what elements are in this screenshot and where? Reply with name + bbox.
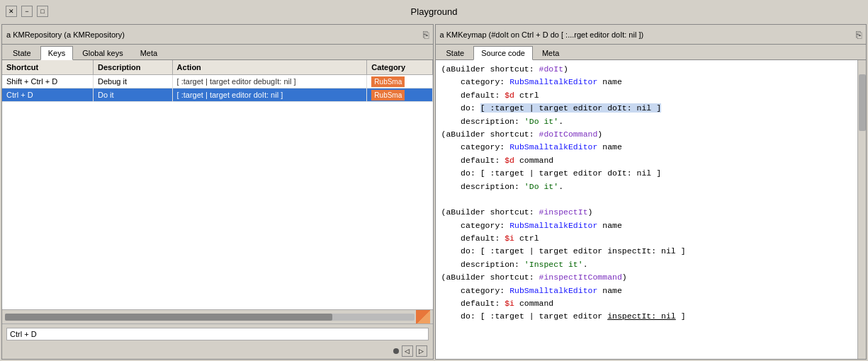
table-row[interactable]: Shift + Ctrl + D Debug it [ :target | ta… bbox=[2, 75, 432, 88]
code-line: (aBuilder shortcut: #inspectItCommand) bbox=[441, 271, 852, 284]
code-with-scrollbar: (aBuilder shortcut: #doIt) category: Rub… bbox=[436, 60, 867, 359]
row2-category: RubSma bbox=[367, 88, 432, 102]
code-line: category: RubSmalltalkEditor name bbox=[441, 219, 852, 232]
code-line: description: 'Do it'. bbox=[441, 180, 852, 193]
table-row[interactable]: Ctrl + D Do it [ :target | target editor… bbox=[2, 88, 432, 102]
row1-description: Debug it bbox=[94, 75, 173, 88]
code-line: do: [ :target | target editor inspectIt:… bbox=[441, 310, 852, 323]
title-bar: ✕ − □ Playground bbox=[0, 0, 868, 23]
left-panel-title: a KMRepository (a KMRepository) bbox=[6, 30, 125, 39]
code-line: (aBuilder shortcut: #doItCommand) bbox=[441, 128, 852, 141]
tab-meta-left[interactable]: Meta bbox=[133, 46, 165, 59]
scroll-track[interactable] bbox=[5, 314, 415, 321]
nav-dot-active bbox=[393, 348, 399, 354]
shortcut-input[interactable] bbox=[6, 328, 429, 340]
tab-keys[interactable]: Keys bbox=[40, 46, 73, 60]
code-line: category: RubSmalltalkEditor name bbox=[441, 76, 852, 88]
code-line: do: [ :target | target editor doIt: nil … bbox=[441, 102, 852, 115]
right-panel-title: a KMKeymap (#doIt on Ctrl + D do [ :...r… bbox=[440, 30, 644, 39]
nav-next-button[interactable]: ▷ bbox=[416, 345, 427, 357]
minimize-button[interactable]: − bbox=[21, 6, 33, 17]
maximize-button[interactable]: □ bbox=[37, 6, 48, 17]
code-line: do: [ :target | target editor doIt: nil … bbox=[441, 167, 852, 180]
right-tabs-bar: State Source code Meta bbox=[436, 45, 867, 60]
left-panel-header: a KMRepository (a KMRepository) ⎘ bbox=[2, 25, 433, 45]
window-title: Playground bbox=[411, 6, 458, 17]
row1-action: [ :target | target editor debugIt: nil ] bbox=[172, 75, 367, 88]
source-code-area: (aBuilder shortcut: #doIt) category: Rub… bbox=[436, 60, 858, 359]
right-panel: a KMKeymap (#doIt on Ctrl + D do [ :...r… bbox=[435, 24, 867, 360]
left-copy-icon[interactable]: ⎘ bbox=[423, 29, 429, 40]
row1-shortcut: Shift + Ctrl + D bbox=[2, 75, 94, 88]
tab-global-keys[interactable]: Global keys bbox=[74, 46, 130, 59]
code-line: description: 'Do it'. bbox=[441, 115, 852, 128]
bottom-navigation: ◁ ▷ bbox=[2, 343, 433, 359]
code-line: default: $i ctrl bbox=[441, 232, 852, 245]
code-line: do: [ :target | target editor inspectIt:… bbox=[441, 245, 852, 258]
horizontal-scrollbar[interactable] bbox=[2, 309, 433, 323]
nav-prev-button[interactable]: ◁ bbox=[402, 345, 413, 357]
row1-category: RubSma bbox=[367, 75, 432, 88]
right-panel-header: a KMKeymap (#doIt on Ctrl + D do [ :...r… bbox=[436, 25, 867, 45]
col-action: Action bbox=[172, 60, 367, 75]
window-controls[interactable]: ✕ − □ bbox=[6, 6, 48, 17]
left-tabs-bar: State Keys Global keys Meta bbox=[2, 45, 433, 60]
code-line: default: $d ctrl bbox=[441, 89, 852, 102]
scroll-thumb[interactable] bbox=[5, 314, 332, 321]
code-line: description: 'Inspect it'. bbox=[441, 258, 852, 271]
right-copy-icon[interactable]: ⎘ bbox=[856, 29, 862, 40]
code-line: default: $i command bbox=[441, 297, 852, 310]
row2-shortcut: Ctrl + D bbox=[2, 88, 94, 102]
keys-table-container: Shortcut Description Action Category Shi… bbox=[2, 60, 433, 309]
left-panel: a KMRepository (a KMRepository) ⎘ State … bbox=[1, 24, 434, 360]
vertical-scroll-thumb[interactable] bbox=[859, 74, 866, 131]
code-line: (aBuilder shortcut: #inspectIt) bbox=[441, 206, 852, 219]
row2-description: Do it bbox=[94, 88, 173, 102]
code-line: category: RubSmalltalkEditor name bbox=[441, 285, 852, 297]
scroll-end-indicator bbox=[416, 310, 430, 324]
col-description: Description bbox=[94, 60, 173, 75]
col-shortcut: Shortcut bbox=[2, 60, 94, 75]
close-button[interactable]: ✕ bbox=[6, 6, 17, 17]
tab-meta-right[interactable]: Meta bbox=[534, 46, 567, 59]
bottom-bar bbox=[2, 323, 433, 343]
code-line bbox=[441, 193, 852, 206]
vertical-scrollbar[interactable] bbox=[857, 60, 866, 359]
keys-table: Shortcut Description Action Category Shi… bbox=[2, 60, 433, 102]
col-category: Category bbox=[367, 60, 432, 75]
main-content: a KMRepository (a KMRepository) ⎘ State … bbox=[0, 23, 868, 361]
code-line: default: $d command bbox=[441, 154, 852, 167]
code-line: (aBuilder shortcut: #doIt) bbox=[441, 63, 852, 76]
tab-state-right[interactable]: State bbox=[439, 46, 473, 59]
code-line: category: RubSmalltalkEditor name bbox=[441, 141, 852, 154]
tab-source-code[interactable]: Source code bbox=[473, 46, 533, 60]
row2-action: [ :target | target editor doIt: nil ] bbox=[172, 88, 367, 102]
tab-state-left[interactable]: State bbox=[5, 46, 39, 59]
